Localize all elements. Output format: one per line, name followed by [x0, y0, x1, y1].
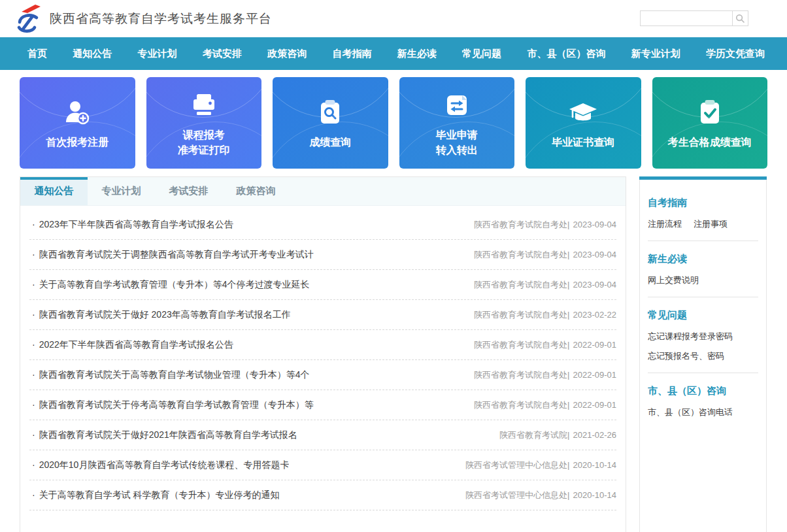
sidebar-link-register-flow[interactable]: 注册流程: [648, 218, 682, 230]
news-title[interactable]: 2022年下半年陕西省高等教育自学考试报名公告: [29, 339, 233, 351]
news-row[interactable]: 关于高等教育自学考试教育管理（专升本）等4个停考过渡专业延长 陕西省教育考试院自…: [29, 270, 616, 300]
news-meta: 陕西省教育考试院自考处|2022-09-01: [474, 399, 616, 411]
news-meta: 陕西省教育考试院自考处|2022-09-01: [474, 339, 616, 351]
search-button[interactable]: [732, 10, 748, 26]
nav-item-home[interactable]: 首页: [27, 48, 47, 60]
news-row[interactable]: 陕西省教育考试院关于停考高等教育自学考试教育管理（专升本）等 陕西省教育考试院自…: [29, 390, 616, 420]
sidebar-link-forgot-preregistration[interactable]: 忘记预报名号、密码: [648, 350, 724, 362]
card-label: 考生合格成绩查询: [668, 135, 752, 150]
news-row[interactable]: 陕西省教育考试院关于调整陕西省高等教育自学考试开考专业考试计 陕西省教育考试院自…: [29, 240, 616, 270]
card-first-registration[interactable]: 首次报考注册: [20, 77, 135, 169]
tab-exam-schedule[interactable]: 考试安排: [155, 177, 222, 205]
header-search: [640, 10, 748, 26]
news-row[interactable]: 2022年下半年陕西省高等教育自学考试报名公告 陕西省教育考试院自考处|2022…: [29, 330, 616, 360]
card-qualified-score-query[interactable]: 考生合格成绩查询: [652, 77, 768, 169]
clipboard-search-icon: [314, 95, 346, 128]
news-meta: 陕西省教育考试院自考处|2023-09-04: [474, 279, 616, 291]
tab-policy[interactable]: 政策咨询: [222, 177, 290, 205]
card-label: 首次报考注册: [46, 135, 109, 150]
nav-item-faq[interactable]: 常见问题: [462, 48, 501, 60]
nav-item-diploma-query[interactable]: 学历文凭查询: [706, 48, 765, 60]
news-panel: 通知公告 专业计划 考试安排 政策咨询 2023年下半年陕西省高等教育自学考试报…: [20, 176, 626, 532]
news-row[interactable]: 陕西省教育考试院关于高等教育自学考试物业管理（专升本）等4个 陕西省教育考试院自…: [29, 360, 616, 390]
sidebar: 自考指南 注册流程 注册事项 新生必读 网上交费说明 常见问题 忘记课程报考登录…: [639, 176, 767, 532]
card-diploma-query[interactable]: 毕业证书查询: [526, 77, 641, 169]
news-list: 2023年下半年陕西省高等教育自学考试报名公告 陕西省教育考试院自考处|2023…: [20, 206, 626, 510]
sidebar-section-guide: 自考指南 注册流程 注册事项: [648, 188, 758, 244]
news-date: 2022-09-01: [573, 400, 617, 410]
sidebar-section-faq: 常见问题 忘记课程报考登录密码 忘记预报名号、密码: [648, 300, 758, 376]
news-date: 2023-09-04: [573, 250, 617, 259]
news-title[interactable]: 关于高等教育自学考试教育管理（专升本）等4个停考过渡专业延长: [29, 279, 309, 291]
meta-separator: |: [567, 430, 569, 440]
nav-item-newbie[interactable]: 新生必读: [397, 48, 437, 60]
sidebar-heading-faq[interactable]: 常见问题: [648, 309, 758, 322]
sidebar-link-online-payment[interactable]: 网上交费说明: [648, 274, 699, 286]
meta-separator: |: [567, 250, 569, 259]
news-date: 2020-10-14: [573, 460, 617, 470]
news-tabs: 通知公告 专业计划 考试安排 政策咨询: [20, 177, 626, 206]
meta-separator: |: [567, 310, 569, 320]
nav-item-new-major-plan[interactable]: 新专业计划: [631, 48, 680, 60]
search-icon: [735, 14, 745, 24]
meta-separator: |: [567, 280, 569, 290]
printer-icon: [188, 88, 220, 121]
news-date: 2022-09-01: [573, 340, 617, 350]
meta-separator: |: [567, 460, 569, 470]
news-meta: 陕西省教育考试院自考处|2023-09-04: [474, 249, 616, 261]
nav-item-exam-schedule[interactable]: 考试安排: [203, 48, 242, 60]
sidebar-heading-newbie[interactable]: 新生必读: [648, 253, 758, 265]
news-title[interactable]: 2023年下半年陕西省高等教育自学考试报名公告: [29, 219, 233, 231]
news-meta: 陕西省教育考试院自考处|2023-09-04: [474, 219, 616, 231]
meta-separator: |: [567, 400, 569, 410]
nav-item-notices[interactable]: 通知公告: [73, 48, 112, 60]
nav-item-guide[interactable]: 自考指南: [332, 48, 371, 60]
clipboard-check-icon: [694, 95, 726, 128]
graduation-cap-icon: [567, 95, 599, 128]
sidebar-link-register-notes[interactable]: 注册事项: [694, 218, 728, 230]
news-title[interactable]: 陕西省教育考试院关于高等教育自学考试物业管理（专升本）等4个: [29, 369, 309, 381]
news-row[interactable]: 陕西省教育考试院关于做好 2023年高等教育自学考试报名工作 陕西省教育考试院自…: [29, 300, 616, 330]
news-meta: 陕西省教育考试院自考处|2022-09-01: [474, 369, 616, 381]
sidebar-heading-city-consult[interactable]: 市、县（区）咨询: [648, 385, 758, 397]
meta-separator: |: [567, 220, 569, 229]
news-date: 2021-02-26: [573, 430, 617, 440]
news-date: 2020-10-14: [573, 490, 617, 500]
news-title[interactable]: 陕西省教育考试院关于停考高等教育自学考试教育管理（专升本）等: [29, 399, 314, 411]
card-score-query[interactable]: 成绩查询: [273, 77, 388, 169]
news-meta: 陕西省考试管理中心信息处|2020-10-14: [465, 459, 616, 471]
header: 陕西省高等教育自学考试考生服务平台: [0, 0, 787, 37]
transfer-icon: [441, 88, 473, 121]
card-label: 课程报考 准考证打印: [178, 127, 230, 158]
sidebar-section-city-consult: 市、县（区）咨询 市、县（区）咨询电话: [648, 376, 758, 431]
news-title[interactable]: 2020年10月陕西省高等教育自学考试传统卷课程、专用答题卡: [29, 459, 289, 471]
tab-major-plan[interactable]: 专业计划: [88, 177, 155, 205]
sidebar-link-forgot-login-password[interactable]: 忘记课程报考登录密码: [648, 331, 733, 342]
news-row[interactable]: 陕西省教育考试院关于做好2021年陕西省高等教育自学考试报名 陕西省教育考试院|…: [29, 420, 616, 450]
news-row[interactable]: 2023年下半年陕西省高等教育自学考试报名公告 陕西省教育考试院自考处|2023…: [29, 210, 616, 240]
main-navbar: 首页 通知公告 专业计划 考试安排 政策咨询 自考指南 新生必读 常见问题 市、…: [0, 37, 787, 70]
news-title[interactable]: 陕西省教育考试院关于做好2021年陕西省高等教育自学考试报名: [29, 429, 297, 441]
sidebar-heading-guide[interactable]: 自考指南: [648, 197, 758, 209]
sidebar-box: 自考指南 注册流程 注册事项 新生必读 网上交费说明 常见问题 忘记课程报考登录…: [639, 180, 767, 532]
news-meta: 陕西省教育考试院|2021-02-26: [499, 429, 616, 441]
news-date: 2023-02-22: [573, 310, 617, 320]
nav-item-major-plan[interactable]: 专业计划: [138, 48, 177, 60]
card-course-admission-print[interactable]: 课程报考 准考证打印: [146, 77, 262, 169]
search-input[interactable]: [640, 10, 732, 26]
nav-item-city-consult[interactable]: 市、县（区）咨询: [527, 48, 605, 60]
news-row[interactable]: 关于高等教育自学考试 科学教育（专升本）专业停考的通知 陕西省考试管理中心信息处…: [29, 480, 616, 510]
card-graduation-transfer[interactable]: 毕业申请 转入转出: [399, 77, 515, 169]
nav-item-policy[interactable]: 政策咨询: [267, 48, 307, 60]
news-title[interactable]: 关于高等教育自学考试 科学教育（专升本）专业停考的通知: [29, 490, 280, 501]
news-row[interactable]: 2020年10月陕西省高等教育自学考试传统卷课程、专用答题卡 陕西省考试管理中心…: [29, 450, 616, 480]
user-plus-icon: [61, 95, 93, 128]
sidebar-link-city-phone[interactable]: 市、县（区）咨询电话: [648, 407, 733, 418]
card-label: 毕业申请 转入转出: [436, 127, 478, 158]
card-label: 毕业证书查询: [552, 135, 614, 150]
tab-notices[interactable]: 通知公告: [20, 177, 88, 205]
page-title: 陕西省高等教育自学考试考生服务平台: [50, 10, 272, 27]
meta-separator: |: [567, 340, 569, 350]
news-title[interactable]: 陕西省教育考试院关于做好 2023年高等教育自学考试报名工作: [29, 309, 291, 321]
news-title[interactable]: 陕西省教育考试院关于调整陕西省高等教育自学考试开考专业考试计: [29, 249, 314, 261]
